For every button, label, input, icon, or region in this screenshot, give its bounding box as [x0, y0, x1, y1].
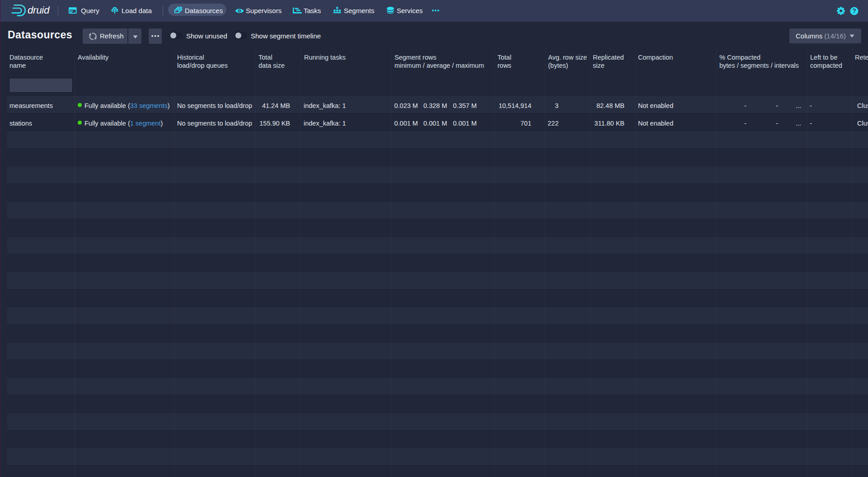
svg-text:?: ?	[852, 7, 856, 14]
